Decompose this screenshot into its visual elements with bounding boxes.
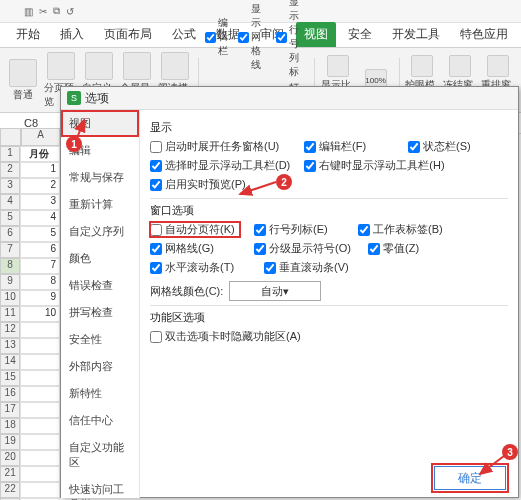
row-header[interactable]: 13 [0, 338, 20, 354]
row-header[interactable]: 11 [0, 306, 20, 322]
cell[interactable] [20, 338, 60, 354]
row-header[interactable]: 5 [0, 210, 20, 226]
opt-statusbar[interactable]: 状态栏(S) [408, 139, 488, 154]
cell[interactable]: 9 [20, 290, 60, 306]
cell[interactable]: 4 [20, 210, 60, 226]
tab-insert[interactable]: 插入 [52, 22, 92, 47]
tab-dev[interactable]: 开发工具 [384, 22, 448, 47]
opt-gridlines[interactable]: 网格线(G) [150, 241, 240, 256]
side-color[interactable]: 颜色 [61, 245, 139, 272]
row-header[interactable]: 1 [0, 146, 20, 162]
opt-hscroll[interactable]: 水平滚动条(T) [150, 260, 250, 275]
row-header[interactable]: 20 [0, 450, 20, 466]
select-all[interactable] [0, 128, 21, 146]
opt-livepreview[interactable]: 启用实时预览(P) [150, 177, 290, 192]
row-header[interactable]: 8 [0, 258, 20, 274]
opt-headings[interactable]: 行号列标(E) [254, 222, 344, 237]
cell[interactable] [20, 370, 60, 386]
opt-taskpane-startup[interactable]: 启动时展开任务窗格(U) [150, 139, 290, 154]
cell[interactable] [20, 466, 60, 482]
side-spell[interactable]: 拼写检查 [61, 299, 139, 326]
cell[interactable] [20, 450, 60, 466]
tab-home[interactable]: 开始 [8, 22, 48, 47]
side-trust[interactable]: 信任中心 [61, 407, 139, 434]
chk-gridlines[interactable]: 显示网格线 [238, 0, 266, 79]
cell[interactable]: 月份 [20, 146, 60, 162]
options-sidebar: 视图 编辑 常规与保存 重新计算 自定义序列 颜色 错误检查 拼写检查 安全性 … [61, 110, 140, 498]
opt-float-select[interactable]: 选择时显示浮动工具栏(D) [150, 158, 290, 173]
row-header[interactable]: 21 [0, 466, 20, 482]
cell[interactable]: 5 [20, 226, 60, 242]
chk-headings[interactable]: 显示行号列标 [276, 0, 308, 79]
side-customribbon[interactable]: 自定义功能区 [61, 434, 139, 476]
tab-special[interactable]: 特色应用 [452, 22, 516, 47]
side-external[interactable]: 外部内容 [61, 353, 139, 380]
cell[interactable]: 10 [20, 306, 60, 322]
row-header[interactable]: 17 [0, 402, 20, 418]
row-header[interactable]: 9 [0, 274, 20, 290]
cell[interactable] [20, 354, 60, 370]
qa-item[interactable]: ⧉ [53, 5, 60, 17]
opt-editbar[interactable]: 编辑栏(F) [304, 139, 394, 154]
side-recalc[interactable]: 重新计算 [61, 191, 139, 218]
worksheet[interactable]: A 1月份21324354657687981091110121314151617… [0, 128, 60, 500]
cell[interactable] [20, 322, 60, 338]
side-general[interactable]: 常规与保存 [61, 164, 139, 191]
cell[interactable] [20, 386, 60, 402]
opt-dblclick-hide[interactable]: 双击选项卡时隐藏功能区(A) [150, 329, 301, 344]
tab-formula[interactable]: 公式 [164, 22, 204, 47]
cell[interactable]: 6 [20, 242, 60, 258]
row-header[interactable]: 4 [0, 194, 20, 210]
cell[interactable] [20, 482, 60, 498]
side-series[interactable]: 自定义序列 [61, 218, 139, 245]
opt-zero[interactable]: 零值(Z) [368, 241, 438, 256]
row-header[interactable]: 3 [0, 178, 20, 194]
gridcolor-select[interactable]: 自动 ▾ [229, 281, 321, 301]
opt-auto-pagebreak[interactable]: 自动分页符(K) [150, 222, 240, 237]
cell[interactable]: 1 [20, 162, 60, 178]
opt-outline[interactable]: 分级显示符号(O) [254, 241, 354, 256]
view-normal[interactable]: 普通 [6, 59, 40, 102]
cell[interactable]: 2 [20, 178, 60, 194]
tab-security[interactable]: 安全 [340, 22, 380, 47]
qa-item[interactable]: ▥ [24, 6, 33, 17]
opt-float-right[interactable]: 右键时显示浮动工具栏(H) [304, 158, 444, 173]
row-header[interactable]: 15 [0, 370, 20, 386]
cell[interactable]: 8 [20, 274, 60, 290]
side-error[interactable]: 错误检查 [61, 272, 139, 299]
dialog-icon: S [67, 91, 81, 105]
cell[interactable] [20, 434, 60, 450]
side-new[interactable]: 新特性 [61, 380, 139, 407]
tab-layout[interactable]: 页面布局 [96, 22, 160, 47]
row-header[interactable]: 6 [0, 226, 20, 242]
cell[interactable] [20, 402, 60, 418]
row-header[interactable]: 18 [0, 418, 20, 434]
dialog-title-bar: S 选项 [61, 87, 518, 110]
callout-1: 1 [66, 136, 82, 152]
row-header[interactable]: 2 [0, 162, 20, 178]
ok-button[interactable]: 确定 [434, 466, 506, 490]
side-security[interactable]: 安全性 [61, 326, 139, 353]
opt-vscroll[interactable]: 垂直滚动条(V) [264, 260, 364, 275]
qa-item[interactable]: ✂ [39, 6, 47, 17]
row-header[interactable]: 12 [0, 322, 20, 338]
row-header[interactable]: 19 [0, 434, 20, 450]
row-header[interactable]: 16 [0, 386, 20, 402]
section-ribbon: 功能区选项 [150, 310, 508, 325]
section-window: 窗口选项 [150, 203, 508, 218]
opt-sheettabs[interactable]: 工作表标签(B) [358, 222, 448, 237]
col-header-a[interactable]: A [21, 128, 60, 146]
row-header[interactable]: 10 [0, 290, 20, 306]
options-dialog: S 选项 视图 编辑 常规与保存 重新计算 自定义序列 颜色 错误检查 拼写检查… [60, 86, 519, 498]
qa-item[interactable]: ↺ [66, 6, 74, 17]
cell[interactable]: 3 [20, 194, 60, 210]
side-view[interactable]: 视图 [61, 110, 139, 137]
cell[interactable]: 7 [20, 258, 60, 274]
chk-editbar[interactable]: 编辑栏 [205, 0, 228, 79]
cell[interactable] [20, 418, 60, 434]
options-pane: 显示 启动时展开任务窗格(U) 编辑栏(F) 状态栏(S) 选择时显示浮动工具栏… [140, 110, 518, 498]
row-header[interactable]: 22 [0, 482, 20, 498]
side-qat[interactable]: 快速访问工具栏 [61, 476, 139, 500]
row-header[interactable]: 7 [0, 242, 20, 258]
row-header[interactable]: 14 [0, 354, 20, 370]
